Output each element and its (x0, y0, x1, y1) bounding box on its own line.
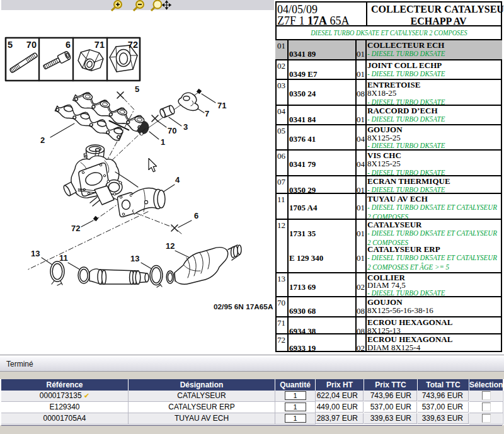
svg-text:02/95 6N 17A65A: 02/95 6N 17A65A (214, 302, 273, 311)
svg-text:6: 6 (66, 40, 71, 50)
svg-text:5: 5 (135, 84, 139, 94)
svg-text:70: 70 (26, 40, 37, 50)
svg-text:13: 13 (31, 249, 40, 258)
svg-text:5: 5 (8, 40, 13, 50)
svg-text:2: 2 (40, 135, 45, 145)
svg-text:11: 11 (59, 253, 68, 263)
svg-text:72: 72 (128, 40, 138, 50)
svg-text:3: 3 (183, 122, 188, 132)
svg-text:4: 4 (175, 175, 180, 185)
svg-text:13: 13 (130, 254, 139, 263)
svg-text:71: 71 (94, 40, 105, 50)
svg-text:70: 70 (168, 126, 176, 135)
svg-text:72: 72 (71, 224, 80, 233)
svg-text:7: 7 (205, 109, 209, 118)
svg-text:1: 1 (161, 137, 165, 147)
svg-text:6: 6 (194, 211, 198, 220)
svg-text:12: 12 (166, 241, 175, 251)
svg-text:71: 71 (217, 101, 226, 110)
